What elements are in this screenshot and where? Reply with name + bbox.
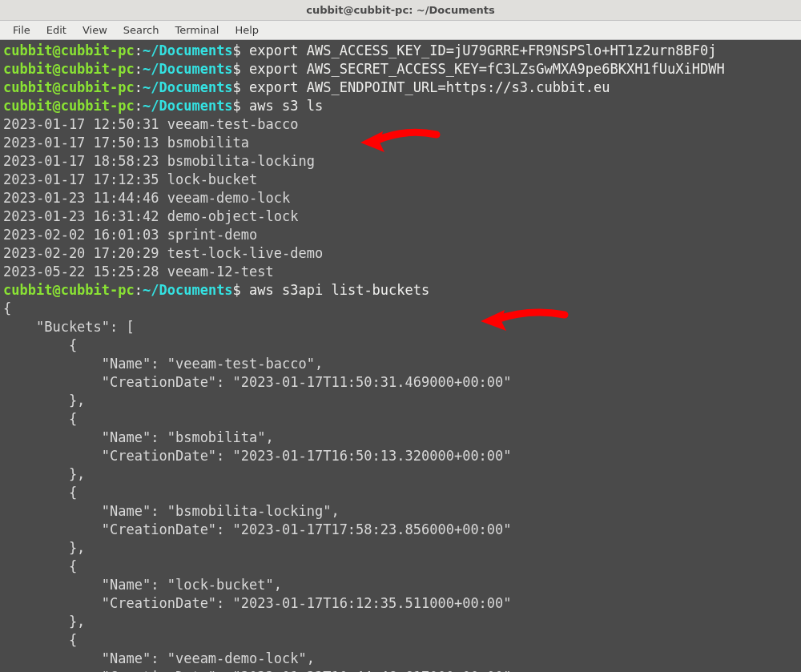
cmd-text-api: aws s3api list-buckets [249, 282, 429, 298]
ls-line: 2023-01-17 12:50:31 veeam-test-bacco [3, 115, 798, 134]
json-line: { [3, 484, 798, 502]
json-line: "Name": "bsmobilita-locking", [3, 502, 798, 521]
line-cmd-1: cubbit@cubbit-pc:~/Documents$ export AWS… [3, 42, 798, 60]
menu-terminal[interactable]: Terminal [167, 24, 227, 36]
window-title: cubbit@cubbit-pc: ~/Documents [306, 4, 495, 16]
json-line: "Name": "veeam-test-bacco", [3, 355, 798, 373]
json-line: }, [3, 465, 798, 484]
menu-search[interactable]: Search [115, 24, 167, 36]
prompt-colon: : [135, 61, 143, 77]
buckets-output: { "Name": "veeam-test-bacco", "CreationD… [3, 336, 798, 672]
json-line: "CreationDate": "2023-01-17T17:58:23.856… [3, 521, 798, 539]
line-cmd-api: cubbit@cubbit-pc:~/Documents$ aws s3api … [3, 281, 798, 300]
ls-output: 2023-01-17 12:50:31 veeam-test-bacco2023… [3, 115, 798, 281]
ls-line: 2023-01-23 11:44:46 veeam-demo-lock [3, 189, 798, 207]
prompt-colon: : [135, 98, 143, 114]
json-line: { [3, 557, 798, 576]
prompt-path: ~/Documents [143, 61, 233, 77]
json-line: { [3, 336, 798, 355]
json-line: "Name": "lock-bucket", [3, 576, 798, 594]
json-open-brace: { [3, 300, 798, 318]
json-buckets-key: "Buckets": [ [3, 318, 798, 336]
prompt-dollar: $ [233, 61, 249, 77]
json-line: "CreationDate": "2023-01-23T10:44:46.617… [3, 668, 798, 672]
cmd-text-2: export AWS_SECRET_ACCESS_KEY=fC3LZsGwMXA… [249, 61, 725, 77]
json-line: "CreationDate": "2023-01-17T11:50:31.469… [3, 373, 798, 392]
prompt-user: cubbit@cubbit-pc [3, 61, 135, 77]
cmd-text-3: export AWS_ENDPOINT_URL=https://s3.cubbi… [249, 79, 610, 95]
prompt-dollar: $ [233, 79, 249, 95]
json-line: }, [3, 539, 798, 557]
prompt-user: cubbit@cubbit-pc [3, 98, 135, 114]
line-cmd-2: cubbit@cubbit-pc:~/Documents$ export AWS… [3, 60, 798, 78]
prompt-user: cubbit@cubbit-pc [3, 282, 135, 298]
cmd-text-ls: aws s3 ls [249, 98, 323, 114]
prompt-colon: : [135, 79, 143, 95]
prompt-dollar: $ [233, 98, 249, 114]
prompt-dollar: $ [233, 282, 249, 298]
menu-view[interactable]: View [74, 24, 115, 36]
ls-line: 2023-01-17 17:50:13 bsmobilita [3, 134, 798, 152]
prompt-path: ~/Documents [143, 282, 233, 298]
json-line: "CreationDate": "2023-01-17T16:50:13.320… [3, 447, 798, 465]
menubar: File Edit View Search Terminal Help [0, 21, 801, 40]
prompt-user: cubbit@cubbit-pc [3, 42, 135, 58]
json-line: }, [3, 613, 798, 631]
menu-help[interactable]: Help [227, 24, 267, 36]
prompt-colon: : [135, 42, 143, 58]
json-line: { [3, 631, 798, 650]
prompt-user: cubbit@cubbit-pc [3, 79, 135, 95]
json-line: "Name": "veeam-demo-lock", [3, 650, 798, 668]
cmd-text-1: export AWS_ACCESS_KEY_ID=jU79GRRE+FR9NSP… [249, 42, 716, 58]
line-cmd-ls: cubbit@cubbit-pc:~/Documents$ aws s3 ls [3, 97, 798, 115]
menu-edit[interactable]: Edit [38, 24, 74, 36]
line-cmd-3: cubbit@cubbit-pc:~/Documents$ export AWS… [3, 78, 798, 97]
prompt-path: ~/Documents [143, 79, 233, 95]
prompt-path: ~/Documents [143, 42, 233, 58]
json-line: "CreationDate": "2023-01-17T16:12:35.511… [3, 594, 798, 613]
ls-line: 2023-01-17 17:12:35 lock-bucket [3, 171, 798, 189]
ls-line: 2023-01-17 18:58:23 bsmobilita-locking [3, 152, 798, 171]
prompt-path: ~/Documents [143, 98, 233, 114]
menu-file[interactable]: File [5, 24, 38, 36]
ls-line: 2023-01-23 16:31:42 demo-object-lock [3, 207, 798, 226]
ls-line: 2023-02-20 17:20:29 test-lock-live-demo [3, 244, 798, 263]
json-line: "Name": "bsmobilita", [3, 429, 798, 447]
json-line: }, [3, 392, 798, 410]
window-titlebar: cubbit@cubbit-pc: ~/Documents [0, 0, 801, 21]
ls-line: 2023-02-02 16:01:03 sprint-demo [3, 226, 798, 244]
prompt-dollar: $ [233, 42, 249, 58]
terminal-area[interactable]: cubbit@cubbit-pc:~/Documents$ export AWS… [0, 40, 801, 672]
prompt-colon: : [135, 282, 143, 298]
ls-line: 2023-05-22 15:25:28 veeam-12-test [3, 263, 798, 281]
json-line: { [3, 410, 798, 429]
